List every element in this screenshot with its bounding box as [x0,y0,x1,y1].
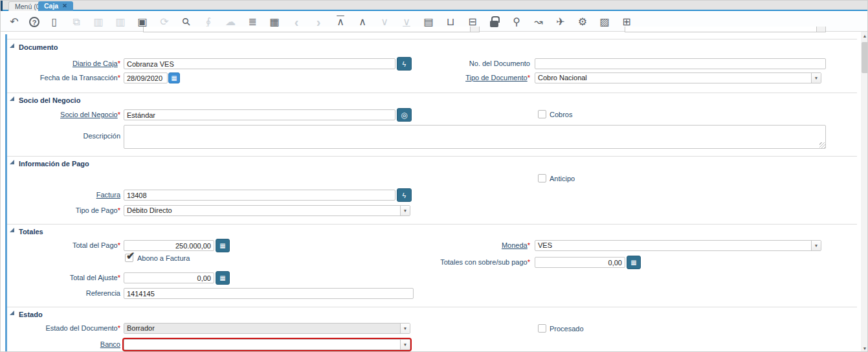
diario-de-caja-label[interactable]: Diario de Caja* [7,60,120,67]
section-title-estado: Estado [19,311,43,318]
no-del-documento-label: No. del Documento [401,60,530,67]
preferences-icon[interactable]: ⚙ [575,15,590,29]
tab-caja[interactable]: Caja ✕ [38,1,73,11]
fecha-calendar-button[interactable]: ▦ [168,72,180,83]
total-del-ajuste-label: Total del Ajuste* [7,274,120,281]
workflow-icon[interactable]: ↝ [531,15,546,29]
total-pago-calculator-button[interactable]: ▦ [216,239,230,252]
vertical-scrollbar[interactable]: ▲ ▼ [861,32,868,352]
section-separator [7,39,857,39]
send-icon[interactable]: ✈ [553,15,568,29]
lock-icon[interactable] [487,15,502,29]
total-del-pago-field[interactable] [124,240,214,251]
collapse-section-icon[interactable] [10,160,14,164]
factura-lookup-button[interactable]: ϟ [397,188,412,202]
sobre-sub-pago-label: Totales con sobre/sub pago* [401,258,530,266]
section-separator [7,93,857,93]
window-edge [1,1,3,11]
factura-label[interactable]: Factura [7,191,120,199]
section-separator [7,307,857,307]
referencia-label: Referencia [7,289,120,297]
copy-record-icon: ⧉ [69,15,83,29]
caja-window: Menú (0) Caja ✕ ↶?▯⧉▥▥▣⟳⚲∮☁≣▦‹›∧∧∨∨▤⊔⊟⚲↝… [0,0,868,352]
dropdown-arrow-icon[interactable] [400,340,410,349]
section-title-totales: Totales [19,228,43,236]
partial-field-left [143,27,480,32]
total-del-ajuste-field[interactable] [124,272,214,283]
sobre-sub-pago-calculator-button[interactable]: ▦ [627,256,641,269]
tab-caja-label: Caja [44,1,58,11]
descripcion-field[interactable] [124,125,826,149]
dropdown-arrow-icon[interactable] [811,73,821,83]
sobre-sub-pago-field[interactable] [535,257,625,268]
tab-bar: Menú (0) Caja ✕ [1,1,868,11]
dropdown-arrow-icon[interactable] [400,324,410,333]
partial-field-right [625,27,826,32]
referencia-field[interactable] [124,288,414,299]
undo-icon[interactable]: ↶ [7,15,21,29]
total-del-pago-label: Total del Pago* [7,241,120,249]
anticipo-checkbox-label: Anticipo [550,175,575,182]
delete-selection-icon: ▥ [113,15,128,29]
procesado-checkbox[interactable] [538,324,546,333]
help-icon[interactable]: ? [29,17,39,27]
delete-record-icon: ▥ [91,15,106,29]
section-title-documento: Documento [19,43,58,51]
close-tab-icon[interactable]: ✕ [62,3,67,9]
tipo-de-pago-combo[interactable]: Débito Directo [124,205,410,216]
estado-del-documento-combo[interactable]: Borrador [124,323,410,334]
collapse-section-icon[interactable] [10,228,14,232]
procesado-checkbox-label: Procesado [550,325,584,333]
collapse-section-icon[interactable] [10,96,14,101]
estado-del-documento-label: Estado del Documento* [7,324,120,332]
collapse-section-icon[interactable] [10,43,14,48]
scroll-down-icon[interactable]: ▼ [861,344,868,352]
tipo-de-pago-label: Tipo de Pago* [7,206,120,214]
calendar-icon: ▦ [171,74,177,82]
dropdown-arrow-icon [470,27,479,32]
moneda-combo[interactable]: VES [535,240,821,251]
socio-lookup-button[interactable]: ◎ [397,108,412,122]
report-find-icon[interactable]: ▨ [597,15,612,29]
calculator-icon: ▦ [219,242,225,249]
collapse-section-icon[interactable] [10,311,14,315]
diario-de-caja-field[interactable] [124,58,395,69]
record-info-icon: ϟ [403,192,406,199]
dropdown-arrow-icon[interactable] [400,206,410,215]
section-separator [7,224,857,225]
scrollbar-thumb[interactable] [862,42,868,73]
no-del-documento-field[interactable] [535,58,826,69]
banco-label[interactable]: Banco [7,340,120,348]
calculator-icon: ▦ [219,274,225,281]
fecha-transaccion-field[interactable] [124,72,168,83]
dropdown-arrow-icon [816,27,825,32]
section-separator [7,156,857,157]
banco-combo[interactable] [124,339,410,350]
fecha-transaccion-label: Fecha de la Transacción* [7,74,120,82]
abono-a-factura-checkbox-label: Abono a Factura [137,254,190,262]
moneda-label[interactable]: Moneda* [401,241,530,249]
cobros-checkbox[interactable] [538,110,546,118]
section-title-socio: Socio del Negocio [19,96,80,104]
descripcion-label: Descripción [7,132,120,140]
business-partner-info-icon: ◎ [401,111,407,120]
calculator-icon: ▦ [630,259,636,266]
new-record-icon[interactable]: ▯ [47,15,61,29]
dropdown-arrow-icon[interactable] [811,241,821,250]
resize-grip-icon[interactable] [819,142,825,148]
cobros-checkbox-label: Cobros [550,111,572,118]
factura-field[interactable] [124,190,395,201]
zoom-document-icon[interactable]: ⚲ [509,15,524,29]
socio-del-negocio-field[interactable] [124,109,395,120]
socio-del-negocio-label[interactable]: Socio del Negocio* [7,111,120,118]
scroll-up-icon[interactable]: ▲ [861,32,868,40]
abono-a-factura-checkbox[interactable] [125,254,133,262]
tipo-de-documento-combo[interactable]: Cobro Nacional [535,72,821,83]
section-title-pago: Información de Pago [19,160,89,168]
tipo-de-documento-label[interactable]: Tipo de Documento* [401,74,530,82]
ajuste-calculator-button[interactable]: ▦ [216,271,230,285]
anticipo-checkbox[interactable] [538,174,546,182]
